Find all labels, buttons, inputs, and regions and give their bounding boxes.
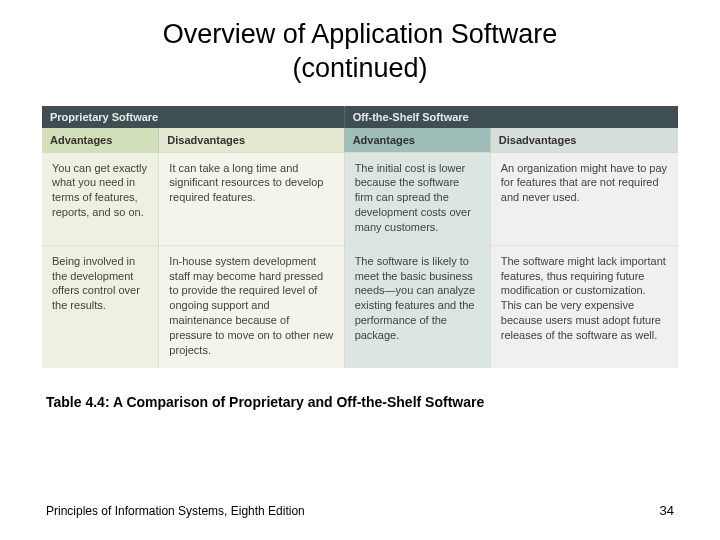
table-cell: In-house system development staff may be… [159,245,344,367]
title-line-2: (continued) [292,53,427,83]
table-cell: The initial cost is lower because the so… [344,152,490,245]
table-row: You can get exactly what you need in ter… [42,152,678,245]
table-cell: The software is likely to meet the basic… [344,245,490,367]
table-body: You can get exactly what you need in ter… [42,152,678,368]
subheader-cell: Advantages [344,128,490,153]
slide-title: Overview of Application Software (contin… [0,0,720,92]
top-header-proprietary: Proprietary Software [42,106,344,128]
table-cell: Being involved in the development offers… [42,245,159,367]
subheader-cell: Disadvantages [159,128,344,153]
subheader-cell: Advantages [42,128,159,153]
footer-source: Principles of Information Systems, Eight… [46,504,305,518]
table-caption: Table 4.4: A Comparison of Proprietary a… [46,394,674,410]
table-cell: It can take a long time and significant … [159,152,344,245]
subheader-cell: Disadvantages [490,128,678,153]
title-line-1: Overview of Application Software [163,19,558,49]
table-cell: An organization might have to pay for fe… [490,152,678,245]
table-top-header: Proprietary Software Off-the-Shelf Softw… [42,106,678,128]
table-sub-header: Advantages Disadvantages Advantages Disa… [42,128,678,153]
comparison-table: Proprietary Software Off-the-Shelf Softw… [42,106,678,368]
top-header-offtheshelf: Off-the-Shelf Software [344,106,678,128]
table-row: Being involved in the development offers… [42,245,678,367]
page-number: 34 [660,503,674,518]
table-cell: You can get exactly what you need in ter… [42,152,159,245]
table-cell: The software might lack important featur… [490,245,678,367]
